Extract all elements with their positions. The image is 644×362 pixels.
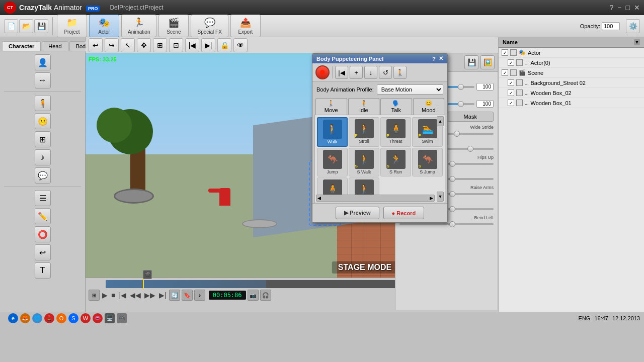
- tool-arrow[interactable]: ↩: [35, 244, 51, 260]
- tool-bubble[interactable]: 💬: [35, 167, 51, 184]
- preview-btn[interactable]: ▶ Preview: [336, 207, 379, 219]
- record-btn[interactable]: ● Record: [383, 207, 425, 219]
- close-button[interactable]: ✕: [634, 4, 640, 12]
- tool-pencil[interactable]: ✏️: [35, 208, 51, 224]
- help-button[interactable]: ?: [610, 4, 614, 12]
- speed-thumb[interactable]: [458, 101, 464, 107]
- tree-scroll-btn[interactable]: ▼: [634, 39, 640, 45]
- tool-list[interactable]: ☰: [35, 190, 51, 206]
- loop2-btn[interactable]: 🔄: [169, 290, 180, 301]
- puppet-record-indicator[interactable]: [315, 65, 330, 79]
- prev-frame-btn[interactable]: |◀: [185, 38, 199, 52]
- toolbar-scene-btn[interactable]: 🎬 Scene: [158, 15, 189, 37]
- tab-character[interactable]: Character: [2, 41, 41, 51]
- monitor-icon[interactable]: 🖥️: [105, 313, 115, 323]
- puppet-refresh-btn[interactable]: ↺: [379, 66, 392, 79]
- scroll-down-btn[interactable]: ▼: [437, 192, 444, 202]
- arm-swaying-thumb[interactable]: [449, 206, 455, 212]
- crazytalk-icon-tb[interactable]: 👄: [93, 313, 103, 323]
- motion-jump[interactable]: 🦘 Jump: [317, 148, 348, 176]
- cb-box2-2[interactable]: [516, 89, 523, 96]
- app-icon-2[interactable]: 💄: [44, 313, 54, 323]
- mask-tab[interactable]: Mask: [447, 112, 494, 122]
- visibility-btn[interactable]: 👁: [233, 38, 248, 52]
- end-btn[interactable]: ▶|: [158, 290, 168, 300]
- new-button[interactable]: 📄: [4, 19, 18, 33]
- cb-bg-2[interactable]: [516, 79, 523, 86]
- tab-idle[interactable]: 🧍 Idle: [348, 98, 380, 115]
- music-btn[interactable]: ♪: [194, 290, 205, 301]
- tool-music[interactable]: ♪: [35, 149, 51, 165]
- arms-thumb[interactable]: [449, 191, 455, 197]
- rwd-btn[interactable]: ◀◀: [129, 290, 142, 300]
- open-button[interactable]: 📂: [19, 19, 33, 33]
- motion-swalk[interactable]: 🚶 S S Walk: [349, 148, 379, 176]
- toolbar-specialfx-btn[interactable]: 💬 Special FX: [191, 15, 228, 37]
- prev-btn[interactable]: |◀: [118, 290, 127, 300]
- scale-btn[interactable]: ⊞: [153, 38, 167, 52]
- cb-actor0-1[interactable]: ✓: [508, 59, 514, 66]
- save-button[interactable]: 💾: [34, 19, 48, 33]
- scroll-left-btn[interactable]: ◀ ▶: [316, 195, 435, 202]
- settings-btn[interactable]: ⚙️: [626, 19, 640, 33]
- loop-btn[interactable]: ⊞: [89, 290, 100, 301]
- motion-stroll[interactable]: 🚶 F Stroll: [349, 117, 379, 147]
- tool-circle[interactable]: ⭕: [35, 226, 51, 242]
- props-img-btn[interactable]: 🖼️: [480, 55, 495, 69]
- tree-row-actor[interactable]: ✓ 🎭 Actor: [499, 48, 644, 58]
- cb-box2-1[interactable]: ✓: [508, 89, 514, 96]
- timeline-cursor[interactable]: [143, 279, 144, 289]
- toolbar-project-btn[interactable]: 📁 Project: [57, 15, 87, 37]
- bend-thumb[interactable]: [449, 221, 455, 227]
- marker-btn[interactable]: 🔖: [182, 290, 193, 301]
- headphone-btn[interactable]: 🎧: [260, 290, 271, 301]
- cb-scene-1[interactable]: ✓: [502, 69, 508, 76]
- ie-icon[interactable]: e: [8, 313, 18, 323]
- firefox-icon[interactable]: 🦊: [20, 313, 30, 323]
- undo-btn[interactable]: ↩: [89, 38, 103, 52]
- tool-transform[interactable]: ↔️: [35, 72, 51, 88]
- toolbar-animation-btn[interactable]: 🏃 Animation: [121, 15, 156, 37]
- tool-select[interactable]: 👤: [35, 54, 51, 70]
- motion-threat[interactable]: 🧍 F Threat: [380, 117, 411, 147]
- panel-help-btn[interactable]: ?: [432, 56, 436, 62]
- cb-box1-2[interactable]: [516, 100, 523, 106]
- maximize-button[interactable]: □: [626, 4, 630, 12]
- motion-walk[interactable]: 🚶 Walk: [317, 117, 348, 147]
- tab-mood[interactable]: 😊 Mood: [413, 98, 445, 115]
- tool-person[interactable]: 🧍: [35, 95, 51, 111]
- hips-thumb[interactable]: [449, 161, 455, 167]
- cam-btn[interactable]: 📷: [248, 290, 259, 301]
- cb-actor-1[interactable]: ✓: [502, 49, 508, 56]
- stop-btn[interactable]: ■: [110, 290, 116, 300]
- panel-close-btn[interactable]: ✕: [439, 55, 443, 62]
- next-frame-btn[interactable]: ▶|: [201, 38, 215, 52]
- cb-actor-2[interactable]: [510, 49, 517, 56]
- tab-move[interactable]: 🚶 Move: [315, 98, 347, 115]
- puppet-down-btn[interactable]: ↓: [364, 66, 377, 79]
- chrome-icon[interactable]: 🌐: [32, 313, 42, 323]
- tree-row-actor0[interactable]: ✓ ... Actor(0): [499, 58, 644, 68]
- minimize-button[interactable]: −: [617, 4, 621, 12]
- cb-box1-1[interactable]: ✓: [508, 100, 514, 106]
- tab-head[interactable]: Head: [42, 41, 68, 51]
- cb-bg-1[interactable]: ✓: [508, 79, 514, 86]
- motion-srun[interactable]: 🏃 S S Run: [380, 148, 411, 176]
- stride-thumb[interactable]: [454, 131, 460, 137]
- opacity-input[interactable]: [602, 22, 620, 30]
- toolbar-export-btn[interactable]: 📤 Export: [230, 15, 261, 37]
- puppet-first-btn[interactable]: |◀: [335, 66, 348, 79]
- tree-row-scene[interactable]: ✓ 🎬 Scene: [499, 68, 644, 78]
- cb-actor0-2[interactable]: [516, 59, 523, 66]
- odnoklassniki-icon[interactable]: O: [56, 313, 66, 323]
- select-btn[interactable]: ↖: [121, 38, 135, 52]
- tree-row-box2[interactable]: ✓ ... Wooden Box_02: [499, 88, 644, 98]
- play-btn[interactable]: ▶: [101, 290, 109, 300]
- hip-motion-thumb[interactable]: [449, 176, 455, 182]
- feet-thumb[interactable]: [467, 146, 473, 152]
- fwd-btn[interactable]: ▶▶: [143, 290, 156, 300]
- scroll-up-btn[interactable]: ▲: [437, 116, 444, 126]
- tab-talk[interactable]: 🗣️ Talk: [380, 98, 412, 115]
- cb-scene-2[interactable]: [510, 69, 517, 76]
- skype-icon[interactable]: S: [68, 313, 78, 323]
